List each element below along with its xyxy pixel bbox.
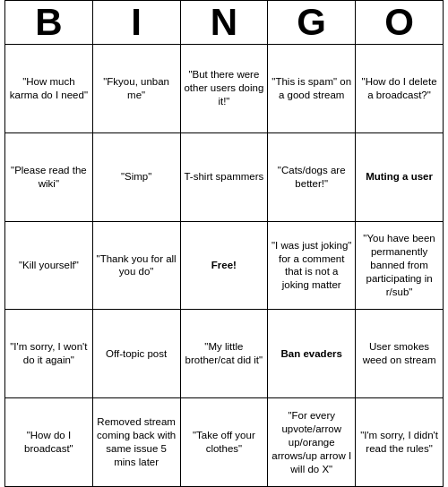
- grid-cell-3-1: Off-topic post: [92, 310, 180, 398]
- grid-row-0: "How much karma do I need""Fkyou, unban …: [5, 45, 444, 133]
- grid-cell-0-1: "Fkyou, unban me": [92, 45, 180, 133]
- grid-cell-0-3: "This is spam" on a good stream: [268, 45, 356, 133]
- grid-row-3: "I'm sorry, I won't do it again"Off-topi…: [5, 310, 444, 398]
- grid-row-1: "Please read the wiki""Simp"T-shirt spam…: [5, 132, 444, 221]
- header-letter-N: N: [180, 1, 268, 45]
- grid-cell-1-3: "Cats/dogs are better!": [268, 132, 356, 221]
- grid-cell-1-2: T-shirt spammers: [180, 132, 268, 221]
- grid-body: "How much karma do I need""Fkyou, unban …: [5, 45, 444, 487]
- grid-cell-0-4: "How do I delete a broadcast?": [356, 45, 444, 133]
- grid-cell-2-4: "You have been permanently banned from p…: [356, 221, 444, 310]
- header-row: BINGO: [5, 1, 444, 45]
- header-letter-I: I: [92, 1, 180, 45]
- grid-cell-2-0: "Kill yourself": [5, 221, 93, 310]
- header-letter-O: O: [356, 1, 444, 45]
- grid-row-4: "How do I broadcast"Removed stream comin…: [5, 398, 444, 487]
- header-letter-B: B: [5, 1, 93, 45]
- grid-cell-3-3: Ban evaders: [268, 310, 356, 398]
- header-letter-G: G: [268, 1, 356, 45]
- grid-cell-1-1: "Simp": [92, 132, 180, 221]
- grid-cell-4-4: "I'm sorry, I didn't read the rules": [356, 398, 444, 487]
- grid-cell-3-2: "My little brother/cat did it": [180, 310, 268, 398]
- grid-cell-3-0: "I'm sorry, I won't do it again": [5, 310, 93, 398]
- grid-cell-0-0: "How much karma do I need": [5, 45, 93, 133]
- grid-cell-2-2: Free!: [180, 221, 268, 310]
- bingo-grid: BINGO "How much karma do I need""Fkyou, …: [4, 0, 444, 487]
- grid-row-2: "Kill yourself""Thank you for all you do…: [5, 221, 444, 310]
- grid-cell-4-2: "Take off your clothes": [180, 398, 268, 487]
- grid-cell-2-3: "I was just joking" for a comment that i…: [268, 221, 356, 310]
- grid-cell-4-3: "For every upvote/arrow up/orange arrows…: [268, 398, 356, 487]
- grid-cell-4-1: Removed stream coming back with same iss…: [92, 398, 180, 487]
- grid-cell-3-4: User smokes weed on stream: [356, 310, 444, 398]
- grid-cell-1-0: "Please read the wiki": [5, 132, 93, 221]
- grid-cell-2-1: "Thank you for all you do": [92, 221, 180, 310]
- grid-cell-1-4: Muting a user: [356, 132, 444, 221]
- grid-cell-4-0: "How do I broadcast": [5, 398, 93, 487]
- grid-cell-0-2: "But there were other users doing it!": [180, 45, 268, 133]
